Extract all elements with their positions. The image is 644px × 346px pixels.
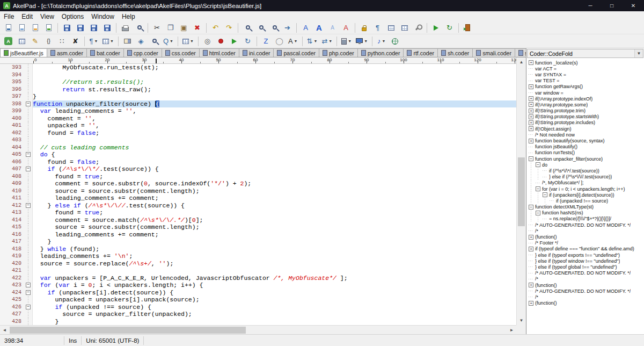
codefold-tree-item[interactable]: } else if (typeof exports !== "undefined… [528, 252, 644, 258]
tree-expand-icon[interactable]: + [529, 120, 533, 125]
codefold-tree-item[interactable]: /* [528, 276, 644, 282]
tree-collapse-icon[interactable]: − [536, 211, 540, 215]
codefold-tree-item[interactable]: +function _localize(s) [528, 60, 644, 66]
tab-php.coder[interactable]: php.coder [319, 48, 358, 57]
fold-collapse-icon[interactable]: − [26, 203, 31, 208]
code-line-412[interactable]: 412− } else if (/^\s*\/\//.test(source))… [0, 202, 516, 210]
horizontal-scroll-thumb[interactable] [10, 327, 246, 334]
cut-button[interactable]: ✂ [151, 22, 163, 34]
readonly-lock-button[interactable] [358, 22, 370, 34]
menu-window[interactable]: Window [87, 12, 118, 21]
code-line-416[interactable]: 416 leading_comments += comment; [0, 231, 516, 239]
tree-expand-icon[interactable]: + [529, 139, 533, 143]
scripts-z-button[interactable]: Z [260, 35, 272, 47]
codefold-tree-item[interactable]: var ACT = [528, 66, 644, 71]
tab-bat.coder[interactable]: bat.coder [86, 48, 124, 57]
code-line-418[interactable]: 418 } while (found); [0, 246, 516, 253]
sort-lines-button[interactable]: ⇅▼ [305, 35, 319, 47]
save-as-button[interactable] [74, 22, 86, 34]
fold-collapse-icon[interactable]: − [26, 283, 31, 287]
save-all-button[interactable] [87, 22, 100, 34]
code-line-415[interactable]: 415 source = source.substr(comment.lengt… [0, 224, 516, 231]
codefold-tree-item[interactable]: } else if (typeof global !== "undefined"… [528, 264, 644, 270]
maximize-button[interactable]: □ [601, 0, 623, 11]
code-line-425[interactable]: 425 unpacked = unpackers[i].unpack(sourc… [0, 296, 516, 304]
tree-expand-icon[interactable]: + [529, 60, 533, 65]
fold-gutter[interactable]: − [25, 100, 33, 108]
vertical-scroll-thumb[interactable] [518, 157, 525, 226]
fold-gutter[interactable]: − [25, 165, 33, 173]
codefold-tree-item[interactable]: +if(!Array.prototype.some) [528, 102, 644, 107]
code-line-400[interactable]: 400 comment = '', [0, 115, 516, 122]
fold-collapse-icon[interactable]: − [26, 167, 31, 171]
code-line-421[interactable]: 421 [0, 267, 516, 275]
tree-expand-icon[interactable]: + [529, 84, 533, 89]
code-line-422[interactable]: 422 var unpackers = [P_A_C_K_E_R, Urlenc… [0, 275, 516, 282]
tree-expand-icon[interactable]: + [529, 102, 533, 107]
goto-button[interactable]: ➔ [281, 22, 294, 34]
fold-gutter[interactable]: − [25, 304, 33, 311]
codefold-tree-item[interactable]: var TEST = [528, 78, 644, 84]
tab-ini.coder[interactable]: ini.coder [239, 48, 274, 57]
tree-collapse-icon[interactable]: − [536, 162, 540, 167]
fold-collapse-icon[interactable]: − [26, 305, 31, 309]
horizontal-scrollbar[interactable]: ◄ ► [0, 325, 516, 334]
sounds-button[interactable]: ♪▼ [375, 35, 387, 47]
fold-gutter[interactable]: − [25, 289, 33, 297]
tab-css.coder[interactable]: css.coder [162, 48, 200, 57]
codefold-tree-item[interactable]: } else if (/^\s*\/\//.test(source)) [528, 174, 644, 180]
menu-file[interactable]: File [0, 12, 18, 21]
tab-smali.coder[interactable]: smali.coder [472, 48, 515, 57]
save-copy-button[interactable] [101, 22, 113, 34]
code-line-405[interactable]: 405− do { [0, 151, 516, 158]
code-line-398[interactable]: 398−function unpacker_filter(source) { [0, 100, 516, 108]
code-area[interactable]: 393 MyObfuscate.run_tests(st);394395 //r… [0, 64, 516, 325]
code-line-417[interactable]: 417 } [0, 238, 516, 246]
code-line-394[interactable]: 394 [0, 71, 516, 79]
save-button[interactable] [61, 22, 73, 34]
codefold-tree-item[interactable]: if (unpacked !== source) [528, 198, 644, 204]
clipboard-grid-button[interactable] [16, 35, 28, 47]
code-line-424[interactable]: 424− if (unpackers[i].detect(source)) { [0, 289, 516, 297]
display-settings-button[interactable]: ▼ [354, 35, 369, 47]
code-line-395[interactable]: 395 //return st.results(); [0, 78, 516, 86]
codefold-tree-item[interactable]: +if(!String.prototype.startsWith) [528, 114, 644, 120]
print-preview-button[interactable] [133, 22, 145, 34]
font-button[interactable]: A [299, 22, 312, 34]
calculator-button[interactable]: ▼ [340, 35, 353, 47]
code-line-402[interactable]: 402 found = false; [0, 129, 516, 137]
tree-expand-icon[interactable]: + [529, 96, 533, 101]
codefold-tree-item[interactable]: /*, MyObfuscate*/ ]; [528, 180, 644, 186]
code-line-414[interactable]: 414 comment = source.match(/^\s*\/\/.*/)… [0, 217, 516, 224]
codefold-tree-item[interactable]: /* AUTO-GENERATED. DO NOT MODIFY. */ [528, 222, 644, 228]
redo-button[interactable]: ↷ [223, 22, 235, 34]
tab-python.coder[interactable]: python.coder [357, 48, 404, 57]
refresh-button[interactable]: ↻ [443, 22, 456, 34]
code-line-401[interactable]: 401 unpacked = '', [0, 122, 516, 129]
codefold-tree-item[interactable]: function jsBeautify() [528, 144, 644, 150]
tab-asm.coder[interactable]: asm.coder [47, 48, 87, 57]
chevron-down-icon[interactable]: ▼ [634, 49, 643, 57]
tab-jsBeautifier.js[interactable]: jsBeautifier.js [0, 48, 47, 57]
tree-collapse-icon[interactable]: − [529, 205, 533, 210]
code-line-426[interactable]: 426− if (unpacked !== source) { [0, 304, 516, 311]
tree-expand-icon[interactable]: + [529, 109, 533, 113]
tree-expand-icon[interactable]: + [529, 247, 533, 251]
codefold-tree-item[interactable]: +function getRawArgs() [528, 84, 644, 90]
minimize-button[interactable]: ─ [580, 0, 601, 11]
macro-record-button[interactable] [215, 35, 227, 47]
menu-help[interactable]: Help [118, 12, 139, 21]
macro-play-button[interactable] [228, 35, 240, 47]
fold-gutter[interactable]: − [25, 282, 33, 289]
scroll-up-arrow[interactable]: ▲ [517, 57, 526, 67]
code-line-427[interactable]: 427 source = unpacker_filter(unpacked); [0, 311, 516, 318]
tree-expand-icon[interactable]: + [529, 283, 533, 287]
macro-target-button[interactable]: ◎ [201, 35, 214, 47]
find-next-button[interactable] [254, 22, 267, 34]
cut-lines-button[interactable]: ✘ [69, 35, 82, 47]
new-window-button[interactable] [16, 22, 28, 34]
highlight-button[interactable]: A [340, 22, 352, 34]
insert-frame-button[interactable]: ▼ [181, 35, 195, 47]
scroll-left-arrow[interactable]: ◄ [0, 326, 9, 335]
replace-button[interactable] [268, 22, 280, 34]
